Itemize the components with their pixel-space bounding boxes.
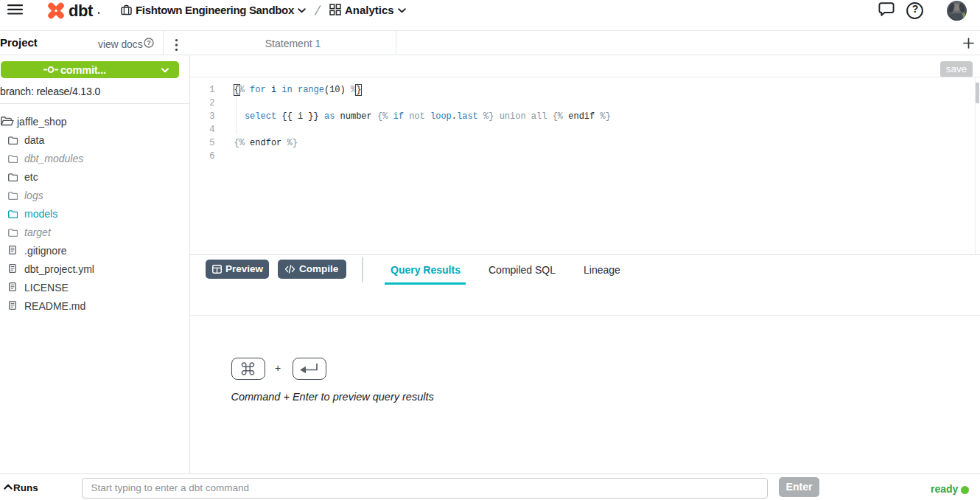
svg-text:?: ? — [147, 39, 151, 46]
